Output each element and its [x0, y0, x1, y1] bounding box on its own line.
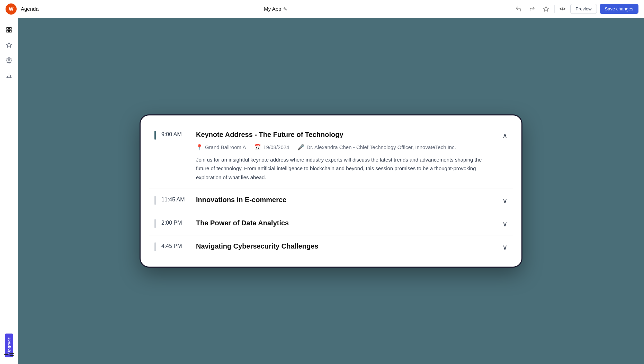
agenda-item-1: 11:45 AM Innovations in E-commerce ∨ — [149, 189, 513, 212]
agenda-item-0-header: 9:00 AM Keynote Address - The Future of … — [154, 131, 508, 140]
agenda-item-3: 4:45 PM Navigating Cybersecurity Challen… — [149, 235, 513, 258]
calendar-icon: 📅 — [254, 144, 261, 150]
sidebar-item-grid[interactable] — [3, 24, 15, 36]
agenda-item-3-time: 4:45 PM — [161, 242, 196, 249]
device-frame: 9:00 AM Keynote Address - The Future of … — [141, 115, 521, 267]
svg-rect-3 — [7, 31, 8, 32]
agenda-item-0-title: Keynote Address - The Future of Technolo… — [196, 131, 497, 139]
agenda-item-3-title: Navigating Cybersecurity Challenges — [196, 242, 497, 250]
agenda-item-2-bar — [154, 219, 156, 228]
agenda-item-1-bar — [154, 196, 156, 205]
logo-letter: W — [9, 6, 13, 12]
agenda-item-2-title: The Power of Data Analytics — [196, 219, 497, 227]
agenda-item-0-location: 📍 Grand Ballroom A — [196, 144, 246, 150]
app-section-title: Agenda — [21, 6, 39, 12]
agenda-item-2: 2:00 PM The Power of Data Analytics ∨ — [149, 212, 513, 235]
sidebar-item-settings[interactable] — [3, 54, 15, 67]
agenda-item-0-location-text: Grand Ballroom A — [205, 144, 246, 150]
svg-rect-1 — [7, 27, 8, 29]
agenda-item-0-date: 📅 19/08/2024 — [254, 144, 289, 150]
canvas-area: 9:00 AM Keynote Address - The Future of … — [18, 18, 644, 364]
sidebar-item-chart[interactable] — [3, 69, 15, 82]
agenda-item-0-details: 📍 Grand Ballroom A 📅 19/08/2024 🎤 Dr. Al… — [154, 144, 508, 182]
edit-app-name-icon[interactable]: ✎ — [283, 6, 287, 12]
agenda-list: 9:00 AM Keynote Address - The Future of … — [149, 124, 513, 259]
svg-rect-2 — [9, 27, 11, 29]
agenda-item-3-bar — [154, 242, 156, 251]
app-logo: W — [6, 3, 17, 15]
topbar: W Agenda My App ✎ </> Preview Save chang… — [0, 0, 644, 18]
svg-point-5 — [8, 60, 10, 61]
svg-marker-0 — [543, 6, 548, 11]
agenda-item-0-meta: 📍 Grand Ballroom A 📅 19/08/2024 🎤 Dr. Al… — [196, 144, 508, 150]
agenda-item-3-header: 4:45 PM Navigating Cybersecurity Challen… — [154, 242, 508, 251]
location-icon: 📍 — [196, 144, 203, 150]
code-view-button[interactable]: </> — [557, 3, 567, 15]
agenda-item-1-header: 11:45 AM Innovations in E-commerce ∨ — [154, 196, 508, 205]
agenda-item-0-chevron[interactable]: ∧ — [502, 131, 508, 140]
sidebar: Upgrade — [0, 18, 18, 364]
preview-button[interactable]: Preview — [570, 4, 597, 14]
sidebar-item-pin[interactable] — [3, 39, 15, 51]
svg-rect-10 — [4, 354, 9, 355]
agenda-item-0-speaker: 🎤 Dr. Alexandra Chen - Chief Technology … — [297, 144, 456, 150]
app-name-display: My App ✎ — [264, 6, 287, 12]
main-layout: Upgrade 9:00 AM Keynote Address - The Fu… — [0, 18, 644, 364]
agenda-item-2-chevron[interactable]: ∨ — [502, 219, 508, 228]
redo-button[interactable] — [527, 3, 538, 15]
agenda-item-2-header: 2:00 PM The Power of Data Analytics ∨ — [154, 219, 508, 228]
agenda-item-0-speaker-text: Dr. Alexandra Chen - Chief Technology Of… — [306, 144, 456, 150]
agenda-item-0-bar — [154, 131, 156, 140]
agenda-item-0-time: 9:00 AM — [161, 131, 196, 138]
microphone-icon: 🎤 — [297, 144, 304, 150]
agenda-item-0: 9:00 AM Keynote Address - The Future of … — [149, 124, 513, 189]
undo-button[interactable] — [513, 3, 524, 15]
agenda-item-3-chevron[interactable]: ∨ — [502, 242, 508, 251]
save-changes-button[interactable]: Save changes — [600, 4, 638, 14]
agenda-item-1-time: 11:45 AM — [161, 196, 196, 203]
svg-rect-12 — [9, 355, 14, 356]
sidebar-bottom-logo — [4, 352, 14, 358]
agenda-item-2-time: 2:00 PM — [161, 219, 196, 226]
agenda-item-0-description: Join us for an insightful keynote addres… — [196, 155, 494, 182]
agenda-item-1-title: Innovations in E-commerce — [196, 196, 497, 204]
app-name-text: My App — [264, 6, 281, 12]
svg-rect-11 — [9, 353, 14, 354]
topbar-actions: </> Preview Save changes — [513, 3, 638, 15]
svg-rect-4 — [9, 31, 11, 32]
topbar-center: My App ✎ — [43, 6, 509, 12]
favorite-button[interactable] — [540, 3, 552, 15]
agenda-item-0-date-text: 19/08/2024 — [263, 144, 289, 150]
agenda-item-1-chevron[interactable]: ∨ — [502, 196, 508, 205]
toolbar-divider — [554, 5, 555, 13]
